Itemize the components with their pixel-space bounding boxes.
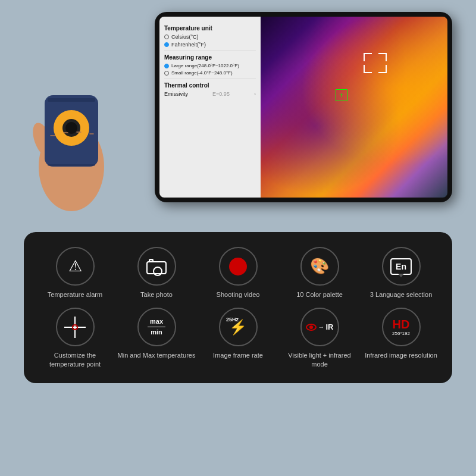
temperature-point-label: Customize the temperature point: [36, 351, 114, 368]
min-max-icon-circle: max min: [137, 308, 176, 346]
small-range-radio[interactable]: [164, 71, 169, 76]
language-icon-circle: En: [382, 247, 421, 286]
feature-frame-rate: 25Hz ⚡ Image frame rate: [199, 308, 277, 368]
ir-icon: → IR: [306, 322, 334, 331]
fahrenheit-radio[interactable]: [164, 42, 169, 47]
hand-device-illustration: [12, 48, 131, 214]
celsius-option[interactable]: Celsius(°C): [164, 34, 256, 40]
color-palette-label: 10 Color palette: [296, 290, 343, 299]
record-icon: [229, 258, 247, 275]
hd-resolution-label: Infrared image resolution: [365, 351, 437, 359]
bracket-tr: [378, 53, 387, 61]
svg-rect-10: [48, 98, 95, 102]
camera-icon: [146, 259, 167, 274]
thermal-image: [261, 17, 447, 198]
language-selection-label: 3 Language selection: [370, 290, 433, 299]
eye-pupil: [309, 325, 313, 329]
feature-language-selection: En 3 Language selection: [362, 247, 440, 299]
measuring-range-title: Measuring range: [164, 54, 256, 61]
feature-hd-resolution: HD 256*192 Infrared image resolution: [362, 308, 440, 368]
emissivity-option[interactable]: Emissivity E=0.95 ›: [164, 91, 256, 97]
features-grid: ⚠ Temperature alarm Take photo Shooting …: [36, 247, 440, 368]
frame-rate-icon: 25Hz ⚡: [226, 317, 250, 338]
temperature-unit-title: Temperature unit: [164, 25, 256, 32]
hd-icon: HD 256*192: [392, 318, 410, 336]
bracket-br: [378, 65, 387, 73]
crosshair-temperature-icon: [64, 317, 86, 338]
temperature-point-icon-circle: [56, 308, 95, 346]
ir-text: IR: [326, 322, 334, 331]
bracket-bl: [364, 65, 372, 73]
en-language-icon: En: [390, 258, 412, 275]
features-panel: ⚠ Temperature alarm Take photo Shooting …: [24, 232, 452, 383]
eye-icon: [306, 324, 317, 331]
feature-color-palette: 🎨 10 Color palette: [280, 247, 359, 299]
small-range-option[interactable]: Small range(-4.0°F~248.0°F): [164, 70, 256, 76]
feature-shooting-video: Shooting video: [199, 247, 277, 299]
thermal-control-title: Thermal control: [164, 82, 256, 89]
take-photo-icon-circle: [137, 247, 176, 286]
take-photo-label: Take photo: [140, 290, 173, 299]
svg-rect-11: [48, 164, 95, 166]
crosshair-overlay: [336, 89, 347, 101]
temperature-alarm-label: Temperature alarm: [48, 290, 102, 299]
min-max-label: Min and Max temperatures: [118, 351, 196, 359]
feature-min-max: max min Min and Max temperatures: [117, 308, 196, 368]
shooting-video-icon-circle: [219, 247, 258, 286]
celsius-radio[interactable]: [164, 35, 169, 39]
visible-infrared-icon-circle: → IR: [300, 308, 339, 346]
phone-screen: Temperature unit Celsius(°C) Fahrenheit(…: [155, 12, 452, 202]
settings-panel: Temperature unit Celsius(°C) Fahrenheit(…: [159, 17, 261, 198]
bracket-tl: [364, 53, 372, 61]
fahrenheit-option[interactable]: Fahrenheit(°F): [164, 42, 256, 48]
top-section: Temperature unit Celsius(°C) Fahrenheit(…: [0, 0, 476, 226]
frame-rate-label: Image frame rate: [213, 351, 263, 359]
maxmin-icon: max min: [148, 318, 165, 336]
feature-temperature-point: Customize the temperature point: [36, 308, 114, 368]
svg-point-9: [65, 122, 77, 134]
feature-temperature-alarm: ⚠ Temperature alarm: [36, 247, 114, 299]
shooting-video-label: Shooting video: [217, 290, 260, 299]
large-range-radio[interactable]: [164, 64, 169, 68]
camera-lens: [153, 267, 162, 276]
frame-rate-icon-circle: 25Hz ⚡: [219, 308, 258, 346]
warning-triangle-icon: ⚠: [68, 257, 82, 275]
temperature-alarm-icon-circle: ⚠: [56, 247, 95, 286]
feature-take-photo: Take photo: [117, 247, 196, 299]
hd-resolution-icon-circle: HD 256*192: [382, 308, 421, 346]
palette-icon: 🎨: [310, 257, 329, 275]
color-palette-icon-circle: 🎨: [300, 247, 339, 286]
feature-visible-infrared: → IR Visible light + infrared mode: [280, 308, 359, 368]
large-range-option[interactable]: Large range(248.0°F~1022.0°F): [164, 63, 256, 68]
camera-body: [146, 261, 167, 274]
visible-infrared-label: Visible light + infrared mode: [280, 351, 359, 368]
